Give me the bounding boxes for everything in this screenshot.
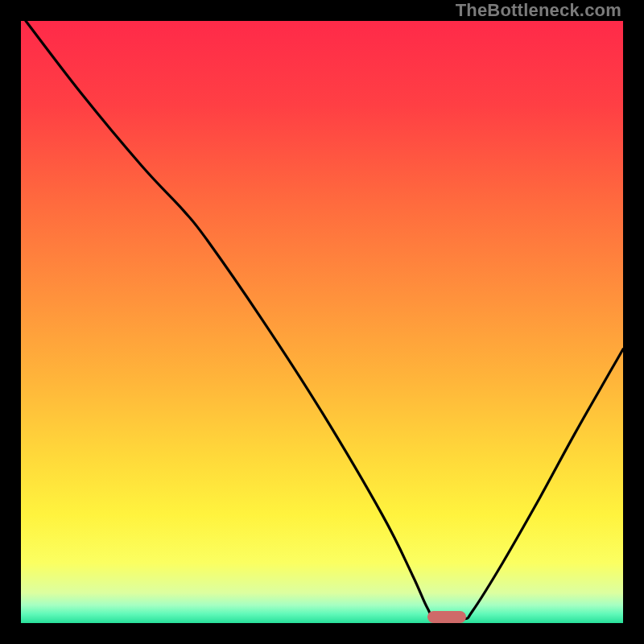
watermark-text: TheBottleneck.com <box>456 0 621 21</box>
plot-area <box>21 21 623 623</box>
bottleneck-curve <box>21 21 623 623</box>
optimal-range-marker <box>427 611 466 623</box>
chart-frame: TheBottleneck.com <box>0 0 644 644</box>
